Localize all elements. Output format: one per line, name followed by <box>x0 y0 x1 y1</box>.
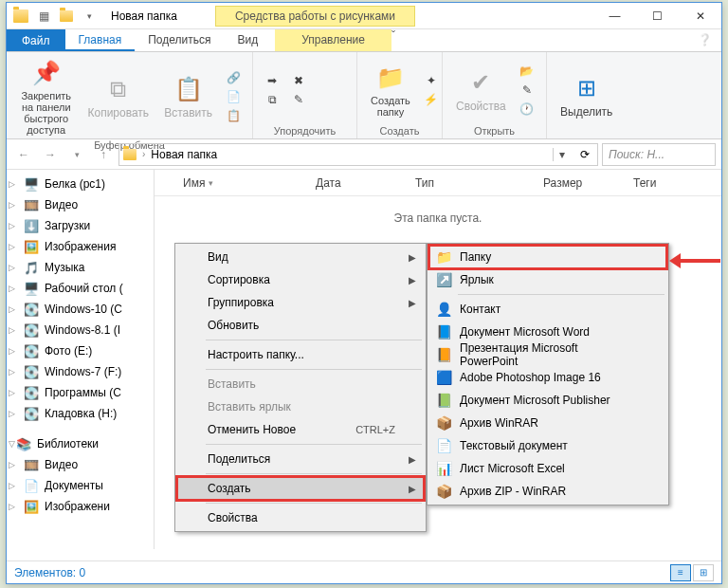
help-icon[interactable]: ❔ <box>688 29 721 51</box>
tree-item-label: Документы <box>45 479 103 492</box>
forward-button[interactable]: → <box>39 143 62 166</box>
delete-icon[interactable]: ✖ <box>287 72 310 89</box>
address-bar[interactable]: › Новая папка ▾ ⟳ <box>118 143 598 166</box>
paste-link-icon[interactable]: 📋 <box>222 107 245 124</box>
menu-item-label: Текстовый документ <box>460 439 568 452</box>
tree-item[interactable]: ▷🖥️Рабочий стол ( <box>7 278 154 299</box>
tree-item-label: Фото (E:) <box>45 344 92 358</box>
tree-item-label: Рабочий стол ( <box>45 282 123 295</box>
menu-item[interactable]: Группировка▶ <box>177 291 424 314</box>
menu-item[interactable]: 👤Контакт <box>429 298 666 321</box>
col-tags[interactable]: Теги <box>633 176 664 190</box>
menu-item[interactable]: 📄Текстовый документ <box>429 434 666 457</box>
menu-item[interactable]: ↗️Ярлык <box>429 268 666 291</box>
share-tab[interactable]: Поделиться <box>135 29 224 51</box>
tree-item-icon: 💽 <box>24 364 39 379</box>
easy-access-icon[interactable]: ⚡ <box>420 91 443 108</box>
back-button[interactable]: ← <box>12 143 35 166</box>
new-item-icon[interactable]: ✦ <box>420 72 443 89</box>
up-button[interactable]: ↑ <box>92 143 115 166</box>
menu-item[interactable]: 📦Архив WinRAR <box>429 412 666 434</box>
menu-item[interactable]: Создать▶ <box>177 477 424 500</box>
qat-properties-icon[interactable]: ▦ <box>33 6 54 27</box>
ribbon-collapse-icon[interactable]: ˇ <box>391 29 395 51</box>
manage-tab[interactable]: Управление <box>275 29 391 51</box>
rename-icon[interactable]: ✎ <box>287 91 310 108</box>
tree-item[interactable]: ▷📄Документы <box>7 475 154 496</box>
qat-newfolder-icon[interactable] <box>56 6 77 27</box>
menu-item[interactable]: Отменить НовоеCTRL+Z <box>177 418 424 441</box>
menu-item-label: Лист Microsoft Excel <box>460 462 565 475</box>
tree-item[interactable]: ▷💽Windows-10 (C <box>7 299 154 320</box>
pin-icon: 📌 <box>31 58 62 88</box>
menu-item: Вставить <box>177 373 424 395</box>
history-icon[interactable]: 🕐 <box>516 101 538 118</box>
menu-item-label: Создать <box>208 482 251 495</box>
open-icon[interactable]: 📂 <box>516 63 538 80</box>
breadcrumb-path[interactable]: Новая папка <box>151 148 217 161</box>
tree-item[interactable]: ▷🖥️Белка (pc1) <box>7 174 154 194</box>
paste-shortcut-icon[interactable]: 🔗 <box>222 69 245 86</box>
refresh-icon[interactable]: ⟳ <box>576 148 593 161</box>
view-tab[interactable]: Вид <box>224 29 271 51</box>
tree-item[interactable]: ▷🖼️Изображени <box>7 496 154 517</box>
dropdown-icon[interactable]: ▾ <box>553 148 571 161</box>
menu-item[interactable]: Настроить папку... <box>177 343 424 366</box>
col-size[interactable]: Размер <box>543 176 633 190</box>
menu-item[interactable]: 📦Архив ZIP - WinRAR <box>429 480 666 503</box>
details-view-button[interactable]: ≡ <box>670 564 691 581</box>
menu-item[interactable]: 📗Документ Microsoft Publisher <box>429 389 666 412</box>
qat-dropdown-icon[interactable]: ▾ <box>79 6 100 27</box>
edit-icon[interactable]: ✎ <box>516 82 538 99</box>
copy-button[interactable]: ⧉Копировать <box>82 56 155 138</box>
close-button[interactable]: ✕ <box>679 3 721 29</box>
col-date[interactable]: Дата <box>316 176 415 190</box>
menu-item[interactable]: Обновить <box>177 314 424 337</box>
menu-item[interactable]: Свойства <box>177 506 424 529</box>
menu-item[interactable]: 📊Лист Microsoft Excel <box>429 457 666 480</box>
tree-item[interactable]: ▷🖼️Изображения <box>7 236 154 257</box>
menu-item[interactable]: Сортировка▶ <box>177 268 424 291</box>
minimize-button[interactable]: — <box>593 3 636 29</box>
tree-item[interactable]: ▷💽Windows-8.1 (I <box>7 320 154 340</box>
col-name[interactable]: Имя ▾ <box>183 176 316 190</box>
tree-item[interactable]: ▷💽Кладовка (H:) <box>7 403 154 424</box>
paste-button[interactable]: 📋Вставить <box>158 56 218 138</box>
menu-item[interactable]: 📙Презентация Microsoft PowerPoint <box>429 343 666 366</box>
file-tab[interactable]: Файл <box>7 29 65 51</box>
menu-item-icon: ↗️ <box>435 271 452 288</box>
tree-item-icon: 🎵 <box>24 260 39 275</box>
tree-item[interactable]: ▽📚Библиотеки <box>7 433 154 454</box>
icons-view-button[interactable]: ⊞ <box>693 564 714 581</box>
menu-item[interactable]: Поделиться▶ <box>177 448 424 470</box>
tree-item[interactable]: ▷⬇️Загрузки <box>7 215 154 236</box>
search-input[interactable]: Поиск: Н... <box>602 143 716 166</box>
recent-dropdown[interactable]: ▾ <box>65 143 88 166</box>
new-folder-button[interactable]: 📁Создать папку <box>365 56 416 123</box>
annotation-arrow <box>673 259 720 263</box>
copy-to-icon[interactable]: ⧉ <box>261 91 283 108</box>
properties-button[interactable]: ✔Свойства <box>450 56 512 123</box>
tree-item[interactable]: ▷💽Windows-7 (F:) <box>7 361 154 382</box>
context-submenu-new: 📁Папку↗️Ярлык👤Контакт📘Документ Microsoft… <box>427 243 669 505</box>
copy-path-icon[interactable]: 📄 <box>222 88 245 105</box>
select-button[interactable]: ⊞Выделить <box>555 56 618 135</box>
menu-item[interactable]: 📘Документ Microsoft Word <box>429 321 666 343</box>
tree-item[interactable]: ▷🎞️Видео <box>7 454 154 475</box>
menu-item-icon: 📗 <box>435 392 452 409</box>
pin-button[interactable]: 📌Закрепить на панели быстрого доступа <box>14 56 79 138</box>
tree-item[interactable]: ▷🎵Музыка <box>7 257 154 278</box>
menu-item: Вставить ярлык <box>177 395 424 418</box>
menu-item[interactable]: 🟦Adobe Photoshop Image 16 <box>429 366 666 389</box>
move-to-icon[interactable]: ➡ <box>261 72 283 89</box>
tree-item-icon: 💽 <box>24 406 39 421</box>
tree-item[interactable]: ▷💽Программы (C <box>7 382 154 403</box>
tree-item[interactable]: ▷🎞️Видео <box>7 194 154 215</box>
maximize-button[interactable]: ☐ <box>636 3 679 29</box>
nav-tree[interactable]: ▷🖥️Белка (pc1)▷🎞️Видео▷⬇️Загрузки▷🖼️Изоб… <box>7 170 155 549</box>
col-type[interactable]: Тип <box>415 176 543 190</box>
menu-item[interactable]: Вид▶ <box>177 246 424 268</box>
home-tab[interactable]: Главная <box>65 29 136 51</box>
menu-item[interactable]: 📁Папку <box>429 246 666 268</box>
tree-item[interactable]: ▷💽Фото (E:) <box>7 340 154 361</box>
